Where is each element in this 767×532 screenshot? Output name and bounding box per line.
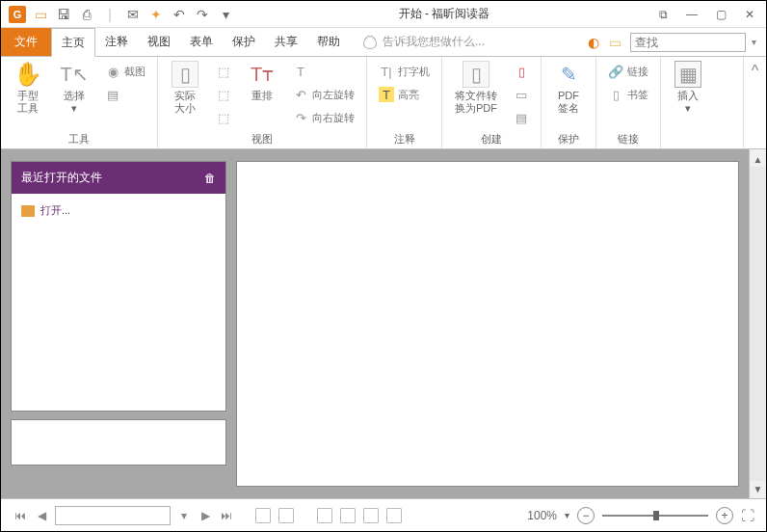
next-page-button[interactable]: ▶ — [198, 508, 213, 523]
rotate-left-icon: ↶ — [293, 87, 308, 102]
tell-me-box[interactable]: 告诉我您想做什么... — [363, 28, 485, 56]
redo-icon[interactable]: ↷ — [194, 6, 211, 23]
group-label-links: 链接 — [618, 132, 639, 146]
fit-visible-icon: ⬚ — [216, 110, 231, 125]
fit-page-button[interactable]: ⬚ — [212, 61, 235, 82]
open-file-link[interactable]: 打开... — [21, 203, 216, 218]
ribbon-group-protect: ✎ PDF 签名 保护 — [542, 57, 596, 148]
maximize-button[interactable]: ▢ — [712, 6, 729, 23]
undo-icon[interactable]: ↶ — [171, 6, 188, 23]
search-folder-icon[interactable]: ▭ — [609, 35, 624, 50]
trash-icon[interactable]: 🗑 — [204, 172, 216, 185]
window-controls: ⧉ — ▢ ✕ — [654, 6, 758, 23]
highlight-icon: T — [379, 87, 394, 102]
ribbon-group-insert: ▦ 插入▾ — [661, 57, 715, 148]
page-number-input[interactable] — [55, 506, 171, 525]
save-icon[interactable]: 🖫 — [55, 6, 72, 23]
content-area: 最近打开的文件 🗑 打开... ▲ ▼ — [1, 149, 766, 498]
blank-page-icon: ▯ — [514, 64, 529, 79]
scroll-up-icon[interactable]: ▲ — [754, 151, 763, 167]
scroll-down-icon[interactable]: ▼ — [754, 481, 763, 496]
favorite-icon[interactable]: ◐ — [588, 35, 603, 50]
search-dropdown-icon[interactable]: ▾ — [752, 37, 756, 47]
tab-home[interactable]: 主页 — [51, 28, 95, 57]
ribbon-group-view: ▯ 实际 大小 ⬚ ⬚ ⬚ Tᴛ 重排 T ↶向左旋转 ↷向右旋转 视图 — [158, 57, 367, 148]
qat-dropdown-icon[interactable]: ▾ — [217, 6, 234, 23]
divider-icon: | — [101, 6, 119, 23]
zoom-dropdown-icon[interactable]: ▾ — [565, 510, 569, 520]
text-viewer-button[interactable]: T — [289, 61, 358, 82]
pdf-sign-button[interactable]: ✎ PDF 签名 — [549, 61, 588, 115]
zoom-slider-thumb[interactable] — [653, 511, 659, 520]
blank-pdf-button[interactable]: ▯ — [510, 61, 533, 82]
print-icon[interactable]: ⎙ — [78, 6, 95, 23]
search-input[interactable] — [630, 33, 746, 52]
minimize-button[interactable]: — — [683, 6, 701, 23]
reflow-button[interactable]: Tᴛ 重排 — [243, 61, 281, 102]
prev-page-button[interactable]: ◀ — [34, 508, 49, 523]
link-button[interactable]: 🔗链接 — [604, 61, 652, 82]
lightbulb-icon — [363, 36, 377, 49]
convert-to-pdf-button[interactable]: ▯ 将文件转 换为PDF — [450, 61, 502, 115]
bookmark-button[interactable]: ▯书签 — [604, 84, 652, 105]
tab-protect[interactable]: 保护 — [223, 28, 265, 56]
scroll-track[interactable] — [750, 167, 766, 481]
from-scanner-button[interactable]: ▭ — [510, 84, 533, 105]
typewriter-button[interactable]: T|打字机 — [375, 61, 434, 82]
sidebar: 最近打开的文件 🗑 打开... — [1, 149, 236, 498]
page-dropdown-icon[interactable]: ▾ — [176, 508, 192, 523]
continuous-facing-icon[interactable] — [340, 508, 356, 523]
facing-icon[interactable] — [317, 508, 332, 523]
zoom-controls: 100% ▾ − + ⛶ — [527, 507, 754, 524]
fullscreen-icon[interactable]: ⛶ — [741, 508, 754, 523]
star-icon[interactable]: ✦ — [147, 6, 165, 23]
single-page-icon[interactable] — [255, 508, 271, 523]
app-logo-icon: G — [9, 6, 26, 23]
status-bar: ⏮ ◀ ▾ ▶ ⏭ 100% ▾ − + ⛶ — [1, 498, 766, 531]
fit-visible-button[interactable]: ⬚ — [212, 107, 235, 128]
group-label-tools: 工具 — [68, 132, 90, 146]
tab-form[interactable]: 表单 — [180, 28, 223, 56]
document-viewport[interactable] — [236, 161, 739, 487]
tab-view[interactable]: 视图 — [138, 28, 180, 56]
first-page-button[interactable]: ⏮ — [13, 508, 28, 523]
ribbon-options-icon[interactable]: ⧉ — [654, 6, 672, 23]
email-icon[interactable]: ✉ — [124, 6, 142, 23]
close-button[interactable]: ✕ — [741, 6, 758, 23]
window-title: 开始 - 福昕阅读器 — [240, 6, 648, 22]
tell-me-placeholder: 告诉我您想做什么... — [383, 34, 485, 50]
rotate-right-icon: ↷ — [293, 110, 308, 125]
from-clipboard-button[interactable]: ▤ — [510, 107, 533, 128]
insert-media-icon: ▦ — [674, 61, 701, 88]
insert-button[interactable]: ▦ 插入▾ — [669, 61, 707, 115]
rotate-right-button[interactable]: ↷向右旋转 — [289, 107, 358, 128]
tab-comment[interactable]: 注释 — [95, 28, 138, 56]
vertical-scrollbar[interactable]: ▲ ▼ — [749, 149, 766, 498]
separate-cover-icon[interactable] — [363, 508, 379, 523]
clipboard-button[interactable]: ▤ — [101, 84, 149, 105]
snapshot-button[interactable]: ◉ 截图 — [101, 61, 149, 82]
quick-access-toolbar: ▭ 🖫 ⎙ | ✉ ✦ ↶ ↷ ▾ — [32, 6, 234, 23]
reflow-icon: Tᴛ — [249, 61, 276, 88]
zoom-slider[interactable] — [602, 515, 708, 517]
highlight-button[interactable]: T高亮 — [375, 84, 434, 105]
hand-tool-button[interactable]: ✋ 手型 工具 — [9, 61, 47, 115]
rotate-left-button[interactable]: ↶向左旋转 — [289, 84, 358, 105]
open-folder-icon[interactable]: ▭ — [32, 6, 49, 23]
last-page-button[interactable]: ⏭ — [219, 508, 234, 523]
actual-size-button[interactable]: ▯ 实际 大小 — [166, 61, 204, 115]
select-tool-button[interactable]: T↖ 选择▾ — [55, 61, 93, 115]
zoom-in-button[interactable]: + — [716, 507, 733, 524]
recent-files-title: 最近打开的文件 — [21, 170, 102, 186]
continuous-page-icon[interactable] — [278, 508, 294, 523]
collapse-ribbon-button[interactable]: ^ — [743, 57, 766, 148]
file-tab[interactable]: 文件 — [1, 28, 51, 56]
fit-width-button[interactable]: ⬚ — [212, 84, 235, 105]
tab-share[interactable]: 共享 — [265, 28, 307, 56]
open-file-label: 打开... — [40, 203, 70, 218]
ribbon-group-create: ▯ 将文件转 换为PDF ▯ ▭ ▤ 创建 — [442, 57, 542, 148]
tab-help[interactable]: 帮助 — [307, 28, 350, 56]
zoom-out-button[interactable]: − — [577, 507, 595, 524]
auto-scroll-icon[interactable] — [386, 508, 402, 523]
ribbon-panel: ✋ 手型 工具 T↖ 选择▾ ◉ 截图 ▤ 工具 ▯ 实际 大 — [1, 57, 766, 149]
